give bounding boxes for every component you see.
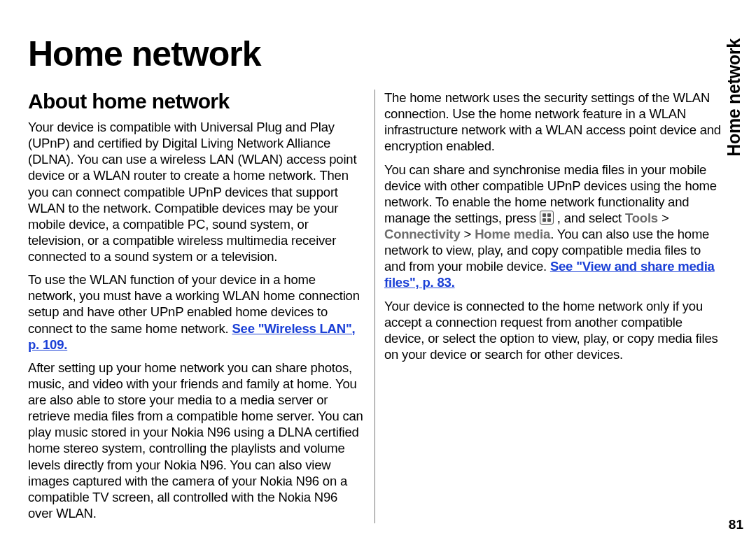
body-paragraph: Your device is connected to the home net… bbox=[384, 298, 721, 363]
ui-path-item: Connectivity bbox=[384, 227, 461, 241]
page-title: Home network bbox=[28, 34, 721, 74]
section-tab-label: Home network bbox=[724, 38, 744, 157]
body-paragraph: After setting up your home network you c… bbox=[28, 360, 365, 521]
ui-path-item: Tools bbox=[625, 211, 658, 225]
section-heading: About home network bbox=[28, 90, 365, 113]
manual-page: Home network 81 Home network About home … bbox=[0, 0, 756, 545]
body-paragraph: The home network uses the security setti… bbox=[384, 90, 721, 155]
menu-key-icon bbox=[540, 211, 554, 225]
body-text: , and select bbox=[554, 211, 625, 225]
section-tab: Home network bbox=[717, 17, 750, 178]
text-columns: About home network Your device is compat… bbox=[28, 90, 721, 523]
page-number: 81 bbox=[729, 517, 743, 532]
path-separator: > bbox=[464, 227, 472, 241]
body-paragraph: You can share and synchronise media file… bbox=[384, 162, 721, 291]
path-separator: > bbox=[662, 211, 669, 225]
body-paragraph: Your device is compatible with Universal… bbox=[28, 119, 365, 264]
page-content: Home network About home network Your dev… bbox=[28, 34, 721, 523]
body-paragraph: To use the WLAN function of your device … bbox=[28, 271, 365, 353]
ui-path-item: Home media bbox=[475, 227, 550, 241]
